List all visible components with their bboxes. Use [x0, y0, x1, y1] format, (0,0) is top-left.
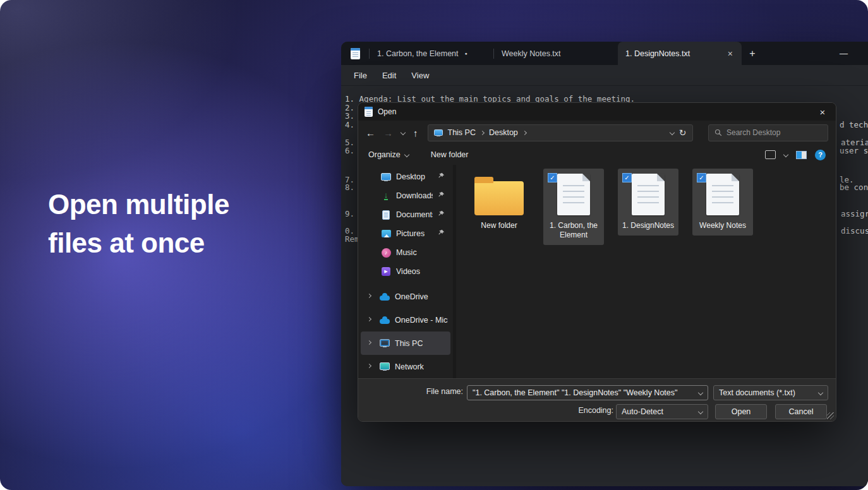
- sidebar-item-music[interactable]: ♪ Music: [361, 243, 450, 262]
- organize-chevron-icon[interactable]: [404, 152, 409, 157]
- checkbox-checked-icon[interactable]: ✓: [622, 173, 632, 182]
- file-type-value: Text documents (*.txt): [719, 388, 815, 397]
- notepad-icon: [365, 107, 373, 117]
- breadcrumb-this-pc[interactable]: This PC: [448, 128, 476, 137]
- tab-label: 1. DesignNotes.txt: [625, 49, 690, 58]
- cancel-button[interactable]: Cancel: [775, 404, 827, 419]
- sidebar-item-network[interactable]: Network: [361, 355, 450, 378]
- hero-title-line1: Open multiple: [48, 185, 229, 224]
- preview-pane-icon[interactable]: [796, 151, 807, 159]
- editor-line: discus: [841, 226, 868, 236]
- back-button[interactable]: ←: [366, 128, 375, 138]
- new-tab-button[interactable]: +: [742, 42, 763, 65]
- editor-line: 8.: [345, 182, 354, 192]
- recent-locations-chevron-icon[interactable]: [401, 130, 406, 135]
- music-icon: ♪: [381, 248, 391, 258]
- documents-icon: [381, 210, 391, 220]
- dialog-body: Desktop ↓ Downloads Documents Pictures: [358, 165, 836, 378]
- encoding-select[interactable]: Auto-Detect: [616, 404, 708, 419]
- file-name-chevron-icon[interactable]: [698, 390, 703, 395]
- screenshot-root: Open multiple files at once 1. Carbon, t…: [0, 0, 868, 490]
- up-button[interactable]: ↑: [413, 128, 418, 138]
- sidebar-item-videos[interactable]: ▶ Videos: [361, 262, 450, 281]
- file-type-select[interactable]: Text documents (*.txt): [713, 385, 828, 400]
- sidebar-item-label: Documents: [396, 210, 433, 219]
- this-pc-icon: [434, 129, 443, 136]
- network-icon: [380, 362, 390, 372]
- notepad-icon: [351, 48, 360, 59]
- expand-chevron-icon[interactable]: [367, 316, 371, 321]
- sidebar-item-pictures[interactable]: Pictures: [361, 224, 450, 243]
- sidebar-item-label: This PC: [395, 339, 423, 348]
- refresh-icon[interactable]: ↻: [679, 128, 687, 138]
- file-label: Weekly Notes: [699, 221, 746, 230]
- notepad-tab-bar: 1. Carbon, the Element ● Weekly Notes.tx…: [341, 42, 868, 65]
- new-folder-button[interactable]: New folder: [431, 150, 469, 159]
- text-file-icon: [706, 174, 739, 215]
- pin-icon: [438, 210, 445, 219]
- sidebar-item-downloads[interactable]: ↓ Downloads: [361, 186, 450, 205]
- chevron-right-icon[interactable]: [480, 130, 485, 134]
- sidebar-item-onedrive[interactable]: OneDrive: [361, 285, 450, 308]
- resize-grip[interactable]: [827, 412, 834, 419]
- pin-icon: [438, 229, 445, 238]
- dialog-close-button[interactable]: ×: [809, 103, 836, 121]
- editor-line: d techr: [840, 120, 868, 129]
- menu-file[interactable]: File: [346, 68, 375, 83]
- file-name-input[interactable]: [473, 388, 695, 397]
- sidebar-item-onedrive-microsoft[interactable]: OneDrive - Micro: [361, 308, 450, 332]
- forward-button[interactable]: →: [383, 128, 393, 138]
- editor-line: 6.: [345, 146, 354, 155]
- hero-title-line2: files at once: [48, 224, 229, 262]
- chevron-right-icon[interactable]: [522, 130, 527, 134]
- dialog-titlebar[interactable]: Open ×: [358, 103, 836, 121]
- breadcrumb-desktop[interactable]: Desktop: [489, 128, 518, 137]
- help-icon[interactable]: ?: [815, 150, 826, 160]
- notepad-menu-bar: File Edit View: [341, 65, 868, 86]
- expand-chevron-icon[interactable]: [367, 363, 371, 368]
- file-type-chevron-icon[interactable]: [818, 390, 823, 395]
- expand-chevron-icon[interactable]: [367, 293, 371, 297]
- minimize-button[interactable]: —: [840, 42, 848, 65]
- tab-close-icon[interactable]: ×: [726, 49, 734, 59]
- view-mode-icon[interactable]: [765, 150, 776, 159]
- encoding-value: Auto-Detect: [622, 407, 695, 416]
- dialog-toolbar: Organize New folder ?: [358, 145, 836, 165]
- sidebar-item-this-pc[interactable]: This PC: [361, 332, 450, 355]
- pin-icon: [438, 191, 445, 200]
- dialog-sidebar: Desktop ↓ Downloads Documents Pictures: [358, 165, 453, 378]
- encoding-chevron-icon[interactable]: [698, 409, 703, 414]
- tab-carbon[interactable]: 1. Carbon, the Element ●: [370, 42, 493, 65]
- menu-view[interactable]: View: [404, 68, 437, 83]
- unsaved-dot-icon: ●: [465, 51, 467, 56]
- text-file-icon: [632, 174, 665, 215]
- open-button[interactable]: Open: [715, 404, 767, 419]
- search-input[interactable]: [726, 128, 822, 137]
- file-tile-new-folder[interactable]: New folder: [469, 169, 529, 236]
- editor-line: assigr: [841, 209, 868, 218]
- search-box[interactable]: [708, 124, 828, 141]
- file-tile-weekly-notes[interactable]: ✓ Weekly Notes: [692, 169, 753, 236]
- editor-line: user st: [840, 146, 868, 155]
- checkbox-checked-icon[interactable]: ✓: [697, 173, 706, 182]
- sidebar-item-documents[interactable]: Documents: [361, 205, 450, 224]
- notepad-app-icon: [341, 42, 369, 65]
- checkbox-checked-icon[interactable]: ✓: [548, 173, 557, 182]
- view-mode-chevron-icon[interactable]: [783, 152, 788, 157]
- sidebar-item-desktop[interactable]: Desktop: [361, 167, 450, 186]
- expand-chevron-icon[interactable]: [367, 340, 371, 344]
- onedrive-icon: [380, 315, 390, 325]
- file-tile-designnotes[interactable]: ✓ 1. DesignNotes: [618, 169, 678, 236]
- pin-icon: [438, 172, 445, 181]
- organize-button[interactable]: Organize: [368, 150, 401, 159]
- videos-icon: ▶: [381, 266, 391, 277]
- sidebar-item-label: Music: [396, 248, 417, 257]
- file-name-combobox[interactable]: [467, 385, 708, 400]
- tab-designnotes[interactable]: 1. DesignNotes.txt ×: [618, 42, 742, 65]
- file-tile-carbon[interactable]: ✓ 1. Carbon, the Element: [543, 169, 604, 245]
- sidebar-item-label: Pictures: [396, 229, 425, 238]
- menu-edit[interactable]: Edit: [375, 68, 404, 83]
- address-bar[interactable]: This PC Desktop ↻: [428, 124, 693, 141]
- address-dropdown-chevron-icon[interactable]: [670, 130, 675, 135]
- tab-weekly-notes[interactable]: Weekly Notes.txt: [494, 42, 618, 65]
